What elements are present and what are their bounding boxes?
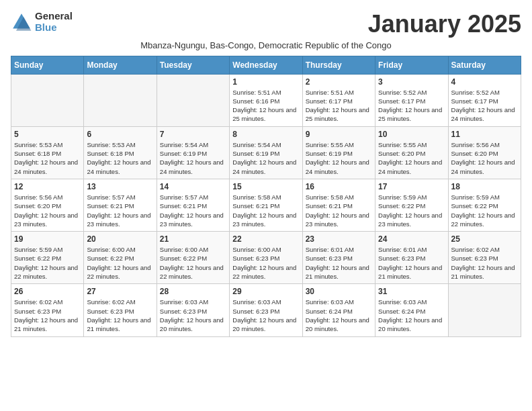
day-of-week-header: Thursday bbox=[302, 56, 375, 74]
logo-general: General bbox=[35, 11, 73, 22]
day-info: Sunrise: 5:52 AMSunset: 6:17 PMDaylight:… bbox=[378, 88, 445, 124]
calendar-day-cell: 6Sunrise: 5:53 AMSunset: 6:18 PMDaylight… bbox=[84, 126, 157, 179]
calendar-week-row: 26Sunrise: 6:02 AMSunset: 6:23 PMDayligh… bbox=[11, 284, 521, 336]
day-number: 5 bbox=[14, 130, 81, 139]
calendar-day-cell: 2Sunrise: 5:51 AMSunset: 6:17 PMDaylight… bbox=[302, 74, 375, 126]
day-info: Sunrise: 6:02 AMSunset: 6:23 PMDaylight:… bbox=[451, 245, 518, 281]
day-of-week-header: Wednesday bbox=[230, 56, 302, 74]
day-number: 10 bbox=[378, 130, 445, 139]
day-number: 19 bbox=[14, 234, 81, 244]
day-number: 29 bbox=[232, 287, 299, 296]
calendar-day-cell: 1Sunrise: 5:51 AMSunset: 6:16 PMDaylight… bbox=[230, 74, 302, 126]
calendar-day-cell: 3Sunrise: 5:52 AMSunset: 6:17 PMDaylight… bbox=[375, 74, 448, 126]
calendar-week-row: 19Sunrise: 5:59 AMSunset: 6:22 PMDayligh… bbox=[11, 232, 521, 284]
calendar-day-cell bbox=[448, 284, 521, 336]
calendar-day-cell: 9Sunrise: 5:55 AMSunset: 6:19 PMDaylight… bbox=[302, 126, 375, 179]
day-number: 4 bbox=[451, 77, 518, 87]
day-number: 15 bbox=[232, 182, 299, 191]
day-info: Sunrise: 5:54 AMSunset: 6:19 PMDaylight:… bbox=[160, 140, 226, 176]
day-info: Sunrise: 5:58 AMSunset: 6:21 PMDaylight:… bbox=[306, 193, 372, 228]
day-number: 13 bbox=[87, 182, 153, 191]
day-number: 14 bbox=[160, 182, 226, 191]
day-number: 28 bbox=[160, 287, 226, 296]
day-info: Sunrise: 5:55 AMSunset: 6:20 PMDaylight:… bbox=[378, 140, 445, 176]
calendar-day-cell: 29Sunrise: 6:03 AMSunset: 6:23 PMDayligh… bbox=[230, 284, 302, 336]
day-of-week-header: Monday bbox=[84, 56, 157, 74]
month-title: January 2025 bbox=[368, 11, 521, 38]
day-number: 2 bbox=[306, 77, 372, 87]
day-info: Sunrise: 5:57 AMSunset: 6:21 PMDaylight:… bbox=[87, 193, 153, 228]
day-info: Sunrise: 5:56 AMSunset: 6:20 PMDaylight:… bbox=[14, 193, 81, 228]
calendar-day-cell: 31Sunrise: 6:03 AMSunset: 6:24 PMDayligh… bbox=[375, 284, 448, 336]
calendar-day-cell: 15Sunrise: 5:58 AMSunset: 6:21 PMDayligh… bbox=[230, 179, 302, 231]
calendar-day-cell: 30Sunrise: 6:03 AMSunset: 6:24 PMDayligh… bbox=[302, 284, 375, 336]
day-info: Sunrise: 5:59 AMSunset: 6:22 PMDaylight:… bbox=[14, 245, 81, 281]
day-number: 23 bbox=[306, 234, 372, 244]
day-of-week-header: Saturday bbox=[448, 56, 521, 74]
page-header: General Blue January 2025 bbox=[11, 11, 521, 38]
day-number: 20 bbox=[87, 234, 153, 244]
day-number: 16 bbox=[306, 182, 372, 191]
day-number: 22 bbox=[232, 234, 299, 244]
calendar-day-cell: 25Sunrise: 6:02 AMSunset: 6:23 PMDayligh… bbox=[448, 232, 521, 284]
day-info: Sunrise: 6:00 AMSunset: 6:22 PMDaylight:… bbox=[160, 245, 226, 281]
calendar-day-cell: 7Sunrise: 5:54 AMSunset: 6:19 PMDaylight… bbox=[157, 126, 229, 179]
day-number: 31 bbox=[378, 287, 445, 296]
day-info: Sunrise: 5:59 AMSunset: 6:22 PMDaylight:… bbox=[451, 193, 518, 228]
calendar-day-cell: 10Sunrise: 5:55 AMSunset: 6:20 PMDayligh… bbox=[375, 126, 448, 179]
day-of-week-header: Friday bbox=[375, 56, 448, 74]
day-number: 7 bbox=[160, 130, 226, 139]
day-info: Sunrise: 5:51 AMSunset: 6:16 PMDaylight:… bbox=[232, 88, 299, 124]
calendar-day-cell bbox=[84, 74, 157, 126]
logo-text: General Blue bbox=[35, 11, 73, 33]
day-number: 3 bbox=[378, 77, 445, 87]
logo-icon bbox=[11, 11, 32, 33]
calendar-day-cell: 14Sunrise: 5:57 AMSunset: 6:21 PMDayligh… bbox=[157, 179, 229, 231]
day-info: Sunrise: 6:03 AMSunset: 6:24 PMDaylight:… bbox=[306, 298, 372, 333]
day-info: Sunrise: 6:03 AMSunset: 6:23 PMDaylight:… bbox=[160, 298, 226, 333]
day-info: Sunrise: 5:55 AMSunset: 6:19 PMDaylight:… bbox=[306, 140, 372, 176]
calendar-day-cell: 8Sunrise: 5:54 AMSunset: 6:19 PMDaylight… bbox=[230, 126, 302, 179]
day-info: Sunrise: 6:03 AMSunset: 6:23 PMDaylight:… bbox=[232, 298, 299, 333]
header-row: SundayMondayTuesdayWednesdayThursdayFrid… bbox=[11, 56, 521, 74]
day-of-week-header: Sunday bbox=[11, 56, 84, 74]
calendar-day-cell: 12Sunrise: 5:56 AMSunset: 6:20 PMDayligh… bbox=[11, 179, 84, 231]
day-info: Sunrise: 5:54 AMSunset: 6:19 PMDaylight:… bbox=[232, 140, 299, 176]
calendar-day-cell: 22Sunrise: 6:00 AMSunset: 6:23 PMDayligh… bbox=[230, 232, 302, 284]
calendar-day-cell: 5Sunrise: 5:53 AMSunset: 6:18 PMDaylight… bbox=[11, 126, 84, 179]
calendar-day-cell bbox=[157, 74, 229, 126]
day-info: Sunrise: 5:53 AMSunset: 6:18 PMDaylight:… bbox=[87, 140, 153, 176]
day-number: 12 bbox=[14, 182, 81, 191]
day-info: Sunrise: 5:51 AMSunset: 6:17 PMDaylight:… bbox=[306, 88, 372, 124]
calendar-table: SundayMondayTuesdayWednesdayThursdayFrid… bbox=[11, 56, 521, 337]
day-number: 9 bbox=[306, 130, 372, 139]
calendar-day-cell: 19Sunrise: 5:59 AMSunset: 6:22 PMDayligh… bbox=[11, 232, 84, 284]
calendar-day-cell: 21Sunrise: 6:00 AMSunset: 6:22 PMDayligh… bbox=[157, 232, 229, 284]
calendar-day-cell: 4Sunrise: 5:52 AMSunset: 6:17 PMDaylight… bbox=[448, 74, 521, 126]
calendar-day-cell: 16Sunrise: 5:58 AMSunset: 6:21 PMDayligh… bbox=[302, 179, 375, 231]
calendar-day-cell: 24Sunrise: 6:01 AMSunset: 6:23 PMDayligh… bbox=[375, 232, 448, 284]
subtitle: Mbanza-Ngungu, Bas-Congo, Democratic Rep… bbox=[11, 40, 521, 50]
day-of-week-header: Tuesday bbox=[157, 56, 229, 74]
calendar-day-cell: 11Sunrise: 5:56 AMSunset: 6:20 PMDayligh… bbox=[448, 126, 521, 179]
day-number: 6 bbox=[87, 130, 153, 139]
calendar-day-cell: 20Sunrise: 6:00 AMSunset: 6:22 PMDayligh… bbox=[84, 232, 157, 284]
calendar-week-row: 5Sunrise: 5:53 AMSunset: 6:18 PMDaylight… bbox=[11, 126, 521, 179]
calendar-week-row: 1Sunrise: 5:51 AMSunset: 6:16 PMDaylight… bbox=[11, 74, 521, 126]
day-number: 11 bbox=[451, 130, 518, 139]
calendar-day-cell: 23Sunrise: 6:01 AMSunset: 6:23 PMDayligh… bbox=[302, 232, 375, 284]
calendar-day-cell: 18Sunrise: 5:59 AMSunset: 6:22 PMDayligh… bbox=[448, 179, 521, 231]
logo-blue: Blue bbox=[35, 22, 73, 34]
calendar-day-cell: 26Sunrise: 6:02 AMSunset: 6:23 PMDayligh… bbox=[11, 284, 84, 336]
day-number: 26 bbox=[14, 287, 81, 296]
day-number: 30 bbox=[306, 287, 372, 296]
day-info: Sunrise: 6:01 AMSunset: 6:23 PMDaylight:… bbox=[306, 245, 372, 281]
calendar-body: 1Sunrise: 5:51 AMSunset: 6:16 PMDaylight… bbox=[11, 74, 521, 336]
day-info: Sunrise: 6:00 AMSunset: 6:22 PMDaylight:… bbox=[87, 245, 153, 281]
day-info: Sunrise: 6:00 AMSunset: 6:23 PMDaylight:… bbox=[232, 245, 299, 281]
day-info: Sunrise: 5:57 AMSunset: 6:21 PMDaylight:… bbox=[160, 193, 226, 228]
day-info: Sunrise: 6:02 AMSunset: 6:23 PMDaylight:… bbox=[87, 298, 153, 333]
calendar-header: SundayMondayTuesdayWednesdayThursdayFrid… bbox=[11, 56, 521, 74]
day-info: Sunrise: 6:01 AMSunset: 6:23 PMDaylight:… bbox=[378, 245, 445, 281]
title-block: January 2025 bbox=[368, 11, 521, 38]
